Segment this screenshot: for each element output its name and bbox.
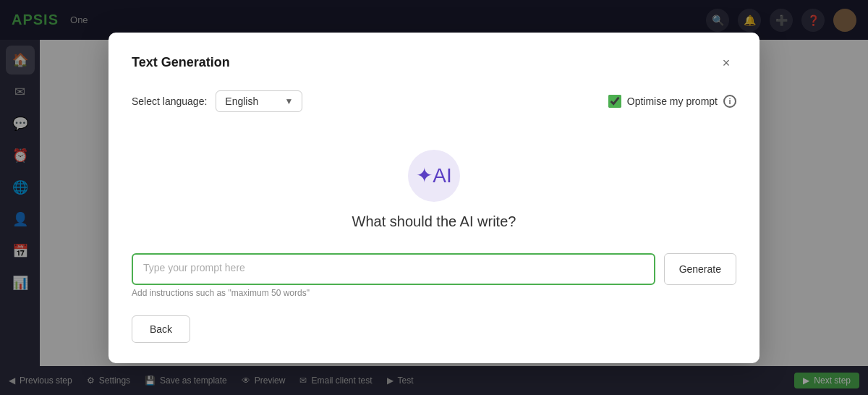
info-icon[interactable]: i xyxy=(723,95,736,108)
optimise-label: Optimise my prompt xyxy=(627,95,718,107)
ai-center-section: ✦AI What should the AI write? xyxy=(132,135,736,253)
modal-overlay: Text Generation × Select language: Engli… xyxy=(0,0,868,395)
language-row: Select language: English ▼ Optimise my p… xyxy=(132,90,736,112)
prompt-hint: Add instructions such as "maximum 50 wor… xyxy=(132,288,736,298)
generate-button[interactable]: Generate xyxy=(664,253,736,285)
prompt-input[interactable] xyxy=(132,253,655,285)
language-value: English xyxy=(225,95,278,107)
modal-header: Text Generation × xyxy=(132,53,736,73)
ai-icon-circle: ✦AI xyxy=(408,150,460,202)
text-generation-modal: Text Generation × Select language: Engli… xyxy=(109,33,760,363)
optimise-row: Optimise my prompt i xyxy=(608,95,736,108)
chevron-down-icon: ▼ xyxy=(284,96,293,106)
back-button[interactable]: Back xyxy=(132,315,190,343)
ai-question-text: What should the AI write? xyxy=(352,213,516,230)
language-label: Select language: xyxy=(132,95,207,107)
modal-close-button[interactable]: × xyxy=(716,53,736,73)
optimise-checkbox[interactable] xyxy=(608,95,621,108)
modal-title: Text Generation xyxy=(132,55,230,70)
prompt-row: Generate xyxy=(132,253,736,285)
language-select[interactable]: English ▼ xyxy=(216,90,302,112)
ai-sparkle-icon: ✦AI xyxy=(416,163,451,187)
